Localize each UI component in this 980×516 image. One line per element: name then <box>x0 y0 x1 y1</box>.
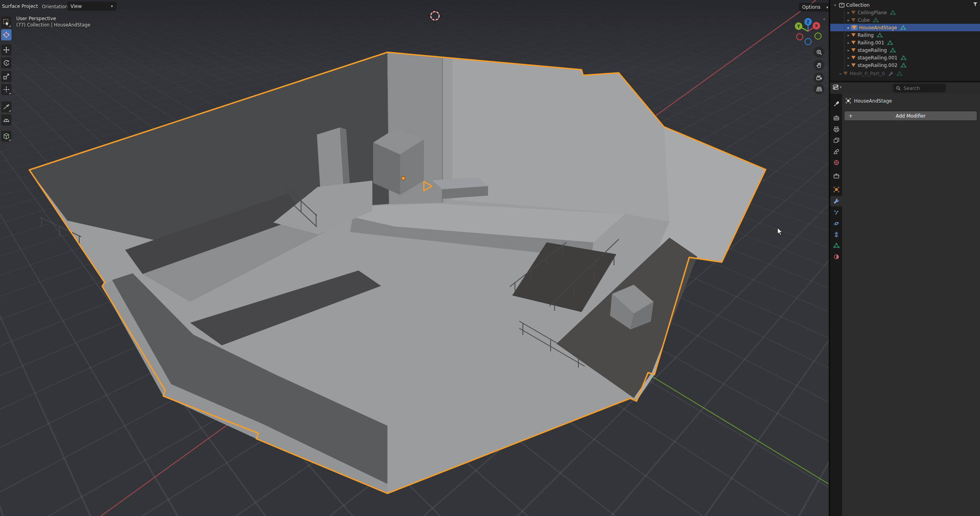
chevron-right-icon[interactable]: ▸ <box>846 41 851 45</box>
grid-icon <box>816 86 822 92</box>
tool-move[interactable] <box>1 44 11 55</box>
outliner-row-stagerailing[interactable]: ▸ stageRailing <box>830 46 980 54</box>
outliner-row-cube[interactable]: ▸ Cube <box>830 16 980 24</box>
object-label[interactable]: HouseAndStage <box>859 25 897 30</box>
funnel-icon[interactable] <box>973 2 978 7</box>
mesh-data-icon[interactable] <box>901 55 906 60</box>
add-modifier-button[interactable]: + Add Modifier <box>845 111 977 120</box>
subtool-indicator <box>9 139 11 141</box>
tab-particles[interactable] <box>830 207 842 217</box>
object-label[interactable]: CeilingPlane <box>858 10 887 15</box>
3d-viewport[interactable]: Surface Project Orientation: View ▾ Opti… <box>0 0 829 516</box>
chevron-right-icon[interactable]: ▸ <box>846 63 851 67</box>
outliner-row-stagerailing002[interactable]: ▸ stageRailing.002 <box>830 61 980 69</box>
tab-scene[interactable] <box>830 146 842 156</box>
options-label: Options <box>802 4 820 10</box>
editor-type-button[interactable]: ▾ <box>833 84 842 90</box>
tab-tool[interactable] <box>830 99 842 109</box>
chevron-right-icon[interactable]: ▸ <box>846 11 851 15</box>
toggle-grid-button[interactable] <box>814 84 824 94</box>
tool-transform[interactable] <box>1 84 11 95</box>
object-label[interactable]: Mesh_0_Part_0 <box>850 71 885 76</box>
chevron-down-icon[interactable]: ▾ <box>833 3 837 7</box>
outliner-row-houseandstage[interactable]: ▸ HouseAndStage <box>830 24 980 31</box>
mesh-data-icon[interactable] <box>877 33 883 38</box>
mesh-data-icon[interactable] <box>901 63 906 68</box>
options-dropdown[interactable]: Options ▾ <box>799 3 829 11</box>
tool-add-cube[interactable] <box>1 131 11 142</box>
object-label[interactable]: Railing.001 <box>858 40 884 46</box>
tab-output[interactable] <box>830 124 842 134</box>
outliner-row-mesh0part0[interactable]: ▸ Mesh_0_Part_0 <box>830 70 980 77</box>
mesh-data-icon[interactable] <box>897 71 902 76</box>
camera-view-button[interactable] <box>814 72 824 83</box>
mesh-object-icon <box>843 71 848 76</box>
subtool-indicator <box>9 92 11 94</box>
tool-select-box[interactable] <box>1 17 11 28</box>
object-icon <box>845 98 851 104</box>
gizmo-y-label: Y <box>797 24 800 29</box>
chevron-right-icon[interactable]: ▸ <box>838 72 843 76</box>
house-and-stage-model[interactable] <box>29 52 766 493</box>
chevron-right-icon[interactable]: ▸ <box>846 56 851 60</box>
chevron-right-icon[interactable]: ▸ <box>846 26 851 30</box>
search-input[interactable] <box>903 85 939 91</box>
subtool-indicator <box>9 25 11 27</box>
properties-search[interactable] <box>894 84 945 92</box>
tab-render[interactable] <box>830 113 842 123</box>
outliner-row-collection[interactable]: ▾ Collection <box>830 1 980 9</box>
collection-icon <box>839 3 845 8</box>
chevron-right-icon[interactable]: ▸ <box>846 48 851 52</box>
gizmo-neg-y-axis[interactable] <box>815 33 821 39</box>
plus-icon: + <box>848 113 853 119</box>
mesh-object-icon <box>851 10 856 15</box>
outliner-row-railing[interactable]: ▸ Railing <box>830 31 980 39</box>
subtool-indicator <box>9 110 11 112</box>
tab-physics[interactable] <box>830 218 842 228</box>
object-label[interactable]: stageRailing.002 <box>858 63 898 68</box>
orientation-label: Orientation: <box>42 4 69 10</box>
gizmo-neg-z-axis[interactable] <box>805 38 811 45</box>
hand-icon <box>816 62 822 69</box>
breadcrumb-object-name[interactable]: HouseAndStage <box>854 98 892 104</box>
object-label[interactable]: stageRailing.001 <box>858 55 898 61</box>
mesh-data-icon[interactable] <box>890 48 896 53</box>
pan-button[interactable] <box>814 60 824 70</box>
outliner-row-railing001[interactable]: ▸ Railing.001 <box>830 39 980 46</box>
mesh-data-icon[interactable] <box>887 40 893 45</box>
collection-label[interactable]: Collection <box>846 2 869 8</box>
mesh-data-icon[interactable] <box>890 10 896 15</box>
mesh-data-icon[interactable] <box>873 18 879 23</box>
mesh-data-icon[interactable] <box>900 25 906 30</box>
object-label[interactable]: Cube <box>858 17 870 23</box>
object-label[interactable]: stageRailing <box>858 48 887 53</box>
chevron-right-icon[interactable]: ▸ <box>846 18 851 22</box>
tool-measure[interactable] <box>1 114 11 126</box>
tab-object[interactable] <box>830 184 842 194</box>
zoom-button[interactable] <box>814 47 824 57</box>
move-icon <box>3 46 10 53</box>
tool-cursor[interactable] <box>1 29 11 40</box>
outliner-row-ceilingplane[interactable]: ▸ CeilingPlane <box>830 9 980 16</box>
view-perspective-label: User Perspective <box>16 16 56 21</box>
outliner-row-stagerailing001[interactable]: ▸ stageRailing.001 <box>830 54 980 61</box>
tab-world[interactable] <box>830 157 842 168</box>
tab-constraints[interactable] <box>830 229 842 240</box>
orientation-dropdown[interactable]: View ▾ <box>67 2 116 10</box>
tool-annotate[interactable] <box>1 101 11 112</box>
tool-scale[interactable] <box>1 71 11 82</box>
tab-collection[interactable] <box>830 171 842 181</box>
add-modifier-label: Add Modifier <box>896 113 926 119</box>
gizmo-neg-x-axis[interactable] <box>797 34 803 40</box>
chevron-right-icon[interactable]: ▸ <box>846 33 851 37</box>
wrench-icon[interactable] <box>888 71 894 76</box>
tab-view-layer[interactable] <box>830 135 842 145</box>
outliner-panel: ▾ Collection ▸ CeilingPlane ▸ Cube ▸ Hou… <box>830 0 980 81</box>
tab-object-data[interactable] <box>830 240 842 251</box>
tab-modifiers[interactable] <box>830 196 842 206</box>
tool-rotate[interactable] <box>1 57 11 69</box>
tab-material[interactable] <box>830 251 842 262</box>
collapse-panel-icon[interactable]: ‹ <box>823 16 825 22</box>
search-icon <box>896 86 901 91</box>
object-label[interactable]: Railing <box>858 32 874 38</box>
